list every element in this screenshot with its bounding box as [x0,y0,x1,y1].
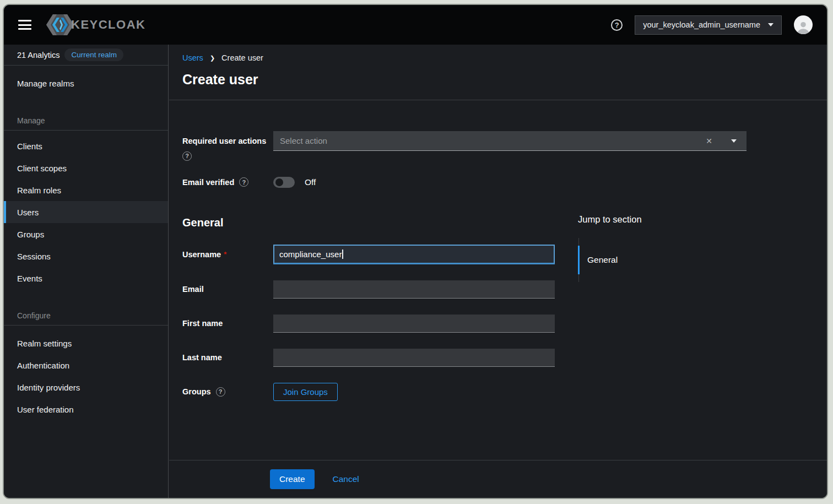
sidebar-item-sessions[interactable]: Sessions [4,245,168,267]
last-name-label: Last name [182,353,273,362]
username-label-cell: Username* [182,250,273,259]
sidebar-item-manage-realms[interactable]: Manage realms [4,72,168,94]
select-caret-icon[interactable] [731,139,737,143]
masthead: KEYCLOAK ? your_keycloak_admin_username [4,5,827,45]
email-verified-label: Email verified [182,178,234,187]
sidebar-item-groups[interactable]: Groups [4,223,168,245]
groups-help-icon[interactable]: ? [216,387,225,397]
email-label: Email [182,285,273,294]
email-verified-toggle[interactable] [273,177,295,188]
manage-nav-list: Clients Client scopes Realm roles Users … [4,131,168,289]
required-asterisk: * [224,250,226,258]
chevron-down-icon [768,23,774,26]
jump-link-general[interactable]: General [578,246,787,274]
sidebar: 21 Analytics Current realm Manage realms… [4,45,169,498]
configure-nav-list: Realm settings Authentication Identity p… [4,326,168,420]
email-verified-help-icon[interactable]: ? [239,177,248,187]
sidebar-item-clients[interactable]: Clients [4,135,168,157]
first-name-label: First name [182,319,273,328]
current-realm-badge: Current realm [64,48,123,61]
required-actions-help-icon[interactable]: ? [182,151,192,161]
sidebar-item-events[interactable]: Events [4,267,168,289]
sidebar-item-client-scopes[interactable]: Client scopes [4,157,168,179]
cancel-link[interactable]: Cancel [333,474,359,484]
username-input[interactable]: compliance_user [273,245,555,264]
user-menu-label: your_keycloak_admin_username [643,20,760,29]
first-name-row: First name [182,315,814,333]
sidebar-item-users[interactable]: Users [4,201,168,223]
username-value: compliance_user [279,250,342,259]
required-actions-select[interactable]: Select action ✕ [273,131,747,151]
required-actions-label: Required user actions [182,137,266,145]
groups-label: Groups [182,387,211,396]
chevron-right-icon: ❯ [210,55,215,62]
form-actions-footer: Create Cancel [169,460,827,498]
page-header: Users ❯ Create user Create user [169,45,827,100]
email-row: Email [182,280,814,299]
sidebar-item-user-federation[interactable]: User federation [4,398,168,420]
email-verified-label-cell: Email verified ? [182,177,273,187]
sidebar-group-manage: Manage [4,116,168,131]
email-input[interactable] [273,280,555,299]
sidebar-item-authentication[interactable]: Authentication [4,354,168,376]
text-cursor [342,250,343,259]
email-verified-row: Email verified ? Off [182,177,814,188]
groups-label-cell: Groups ? [182,387,273,397]
sidebar-item-realm-roles[interactable]: Realm roles [4,179,168,201]
keycloak-brand: KEYCLOAK [46,12,145,37]
page-title: Create user [182,72,814,88]
required-actions-label-cell: Required user actions ? [182,131,273,161]
first-name-input[interactable] [273,315,555,333]
jump-links: General [578,238,787,282]
clear-selection-icon[interactable]: ✕ [702,137,716,145]
username-label: Username [182,250,221,259]
avatar[interactable] [794,15,813,34]
last-name-input[interactable] [273,349,555,367]
create-button[interactable]: Create [270,469,315,489]
help-icon[interactable]: ? [611,19,623,31]
brand-title: KEYCLOAK [71,18,145,32]
join-groups-button[interactable]: Join Groups [273,383,338,401]
user-menu-dropdown[interactable]: your_keycloak_admin_username [635,15,782,35]
sidebar-group-configure: Configure [4,311,168,326]
email-verified-state: Off [305,177,316,187]
user-icon [796,20,810,34]
select-placeholder: Select action [280,136,327,145]
required-actions-row: Required user actions ? Select action ✕ [182,131,814,161]
masthead-right: ? your_keycloak_admin_username [611,15,813,35]
sidebar-item-identity-providers[interactable]: Identity providers [4,376,168,398]
realm-selector[interactable]: 21 Analytics Current realm [4,45,168,66]
breadcrumb-users-link[interactable]: Users [182,53,203,62]
keycloak-logo-icon [46,12,74,37]
nav-toggle-hamburger-icon[interactable] [18,20,31,30]
app-window: KEYCLOAK ? your_keycloak_admin_username … [3,4,828,499]
breadcrumb-current: Create user [221,53,263,62]
jump-to-section-panel: Jump to section General [578,214,787,282]
realm-name: 21 Analytics [17,51,60,59]
groups-row: Groups ? Join Groups [182,383,814,401]
sidebar-item-realm-settings[interactable]: Realm settings [4,332,168,354]
last-name-row: Last name [182,349,814,367]
main-content: Users ❯ Create user Create user Required… [169,45,827,498]
jump-to-section-title: Jump to section [578,214,787,225]
breadcrumb: Users ❯ Create user [182,52,814,63]
